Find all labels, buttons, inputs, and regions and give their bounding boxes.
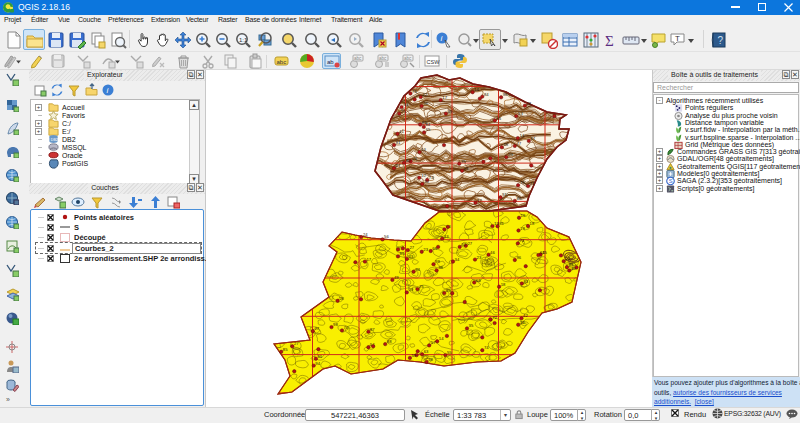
svg-text:25: 25 — [464, 166, 469, 171]
svg-text:85: 85 — [400, 251, 405, 256]
svg-text:81: 81 — [499, 221, 504, 226]
svg-text:42: 42 — [523, 313, 528, 318]
svg-text:25: 25 — [412, 156, 417, 161]
svg-text:96: 96 — [503, 92, 508, 97]
svg-text:53: 53 — [421, 147, 426, 152]
svg-text:10: 10 — [421, 173, 426, 178]
svg-text:59: 59 — [412, 353, 417, 358]
svg-text:61: 61 — [318, 354, 323, 359]
svg-text:56: 56 — [384, 234, 389, 239]
svg-text:71: 71 — [530, 181, 535, 186]
svg-text:53: 53 — [518, 111, 523, 116]
svg-text:32: 32 — [461, 242, 466, 247]
svg-text:94: 94 — [415, 267, 420, 272]
svg-text:14: 14 — [474, 87, 479, 92]
svg-text:64: 64 — [540, 250, 545, 255]
svg-text:94: 94 — [315, 361, 320, 366]
svg-text:91: 91 — [502, 192, 507, 197]
svg-text:i: i — [440, 34, 442, 43]
svg-text:38: 38 — [438, 265, 443, 270]
svg-text:17: 17 — [367, 257, 372, 262]
svg-text:25: 25 — [401, 109, 406, 114]
svg-text:27: 27 — [396, 163, 401, 168]
svg-text:81: 81 — [396, 140, 401, 145]
svg-text:28: 28 — [527, 101, 532, 106]
svg-text:55: 55 — [496, 116, 501, 121]
svg-text:86: 86 — [516, 196, 521, 201]
svg-text:74: 74 — [429, 175, 434, 180]
svg-text:22: 22 — [422, 92, 427, 97]
svg-text:16: 16 — [521, 213, 526, 218]
svg-text:83: 83 — [523, 279, 528, 284]
svg-text:98: 98 — [333, 322, 338, 327]
svg-text:84: 84 — [425, 122, 430, 127]
svg-text:99: 99 — [569, 262, 574, 267]
svg-text:34: 34 — [455, 257, 460, 262]
svg-text:14: 14 — [439, 336, 444, 341]
svg-text:72: 72 — [492, 315, 497, 320]
svg-text:19: 19 — [494, 221, 499, 226]
svg-text:76: 76 — [412, 89, 417, 94]
svg-text:CSW: CSW — [427, 59, 441, 65]
svg-text:46: 46 — [490, 250, 495, 255]
svg-text:49: 49 — [394, 275, 399, 280]
svg-text:abc: abc — [277, 59, 287, 65]
svg-text:abc: abc — [354, 56, 362, 61]
svg-text:23: 23 — [477, 255, 482, 260]
svg-text:28: 28 — [339, 296, 344, 301]
svg-text:19: 19 — [520, 226, 525, 231]
svg-text:57: 57 — [431, 340, 436, 345]
svg-text:68: 68 — [476, 278, 481, 283]
svg-text:96: 96 — [423, 101, 428, 106]
svg-text:74: 74 — [484, 345, 489, 350]
svg-text:58: 58 — [503, 142, 508, 147]
svg-text:18: 18 — [501, 282, 506, 287]
svg-text:41: 41 — [399, 129, 404, 134]
svg-text:67: 67 — [530, 136, 535, 141]
svg-text:39: 39 — [408, 287, 413, 292]
svg-text:35: 35 — [469, 323, 474, 328]
svg-text:T: T — [675, 34, 680, 43]
svg-text:ab: ab — [327, 59, 334, 65]
svg-text:Σ: Σ — [605, 33, 614, 49]
svg-text:96: 96 — [516, 255, 521, 260]
svg-text:87: 87 — [370, 327, 375, 332]
svg-text:43: 43 — [444, 234, 449, 239]
svg-text:84: 84 — [403, 102, 408, 107]
svg-text:77: 77 — [516, 141, 521, 146]
svg-text:85: 85 — [283, 347, 288, 352]
svg-text:i: i — [107, 86, 109, 95]
svg-text:59: 59 — [428, 357, 433, 362]
svg-text:17: 17 — [477, 198, 482, 203]
svg-text:65: 65 — [426, 127, 431, 132]
svg-text:abc: abc — [404, 56, 412, 61]
svg-text:1:1: 1:1 — [239, 37, 248, 43]
svg-text:27: 27 — [467, 241, 472, 246]
svg-text:70: 70 — [344, 325, 349, 330]
svg-text:99: 99 — [435, 259, 440, 264]
svg-text:80: 80 — [406, 158, 411, 163]
svg-text:55: 55 — [447, 350, 452, 355]
svg-text:59: 59 — [448, 109, 453, 114]
svg-text:24: 24 — [363, 232, 368, 237]
svg-text:14: 14 — [519, 133, 524, 138]
svg-text:84: 84 — [484, 92, 489, 97]
svg-text:35: 35 — [461, 159, 466, 164]
svg-text:78: 78 — [520, 180, 525, 185]
svg-text:16: 16 — [520, 320, 525, 325]
svg-text:89: 89 — [446, 288, 451, 293]
svg-text:27: 27 — [314, 326, 319, 331]
svg-text:88: 88 — [387, 339, 392, 344]
svg-text:24: 24 — [565, 256, 570, 261]
svg-text:99: 99 — [508, 152, 513, 157]
svg-text:73: 73 — [519, 238, 524, 243]
svg-text:17: 17 — [442, 95, 447, 100]
svg-text:27: 27 — [294, 341, 299, 346]
svg-text:?: ? — [718, 35, 724, 46]
svg-text:23: 23 — [423, 247, 428, 252]
svg-text:27: 27 — [409, 245, 414, 250]
svg-text:30: 30 — [424, 179, 429, 184]
svg-text:75: 75 — [419, 284, 424, 289]
svg-text:43: 43 — [409, 254, 414, 259]
svg-text:abc: abc — [379, 56, 387, 61]
